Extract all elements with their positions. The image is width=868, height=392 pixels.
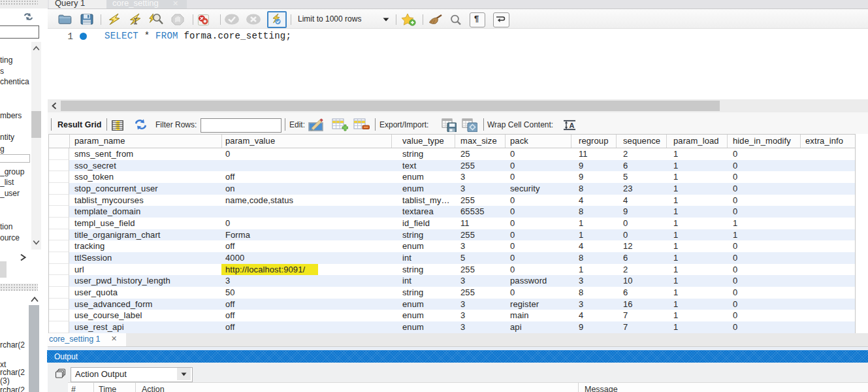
svg-text:A: A (570, 122, 575, 129)
